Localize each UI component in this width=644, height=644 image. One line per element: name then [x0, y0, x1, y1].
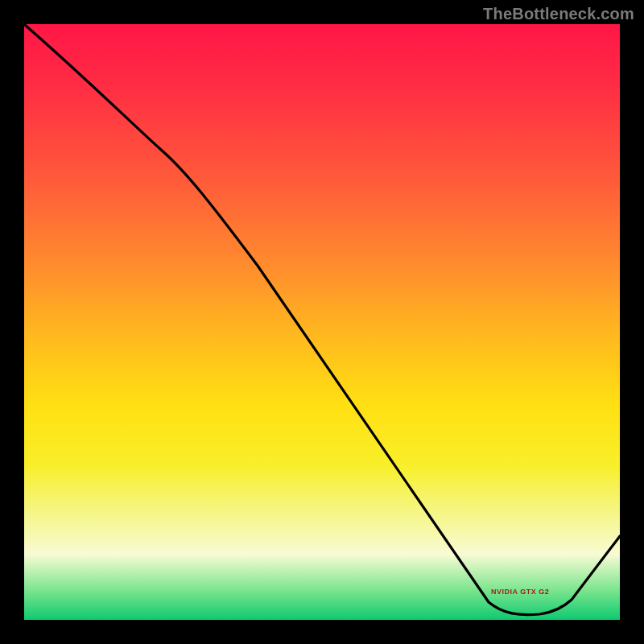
gpu-annotation: NVIDIA GTX G2 — [491, 588, 549, 596]
bottleneck-curve — [24, 24, 620, 620]
source-watermark: TheBottleneck.com — [483, 5, 634, 23]
plot-area: NVIDIA GTX G2 — [24, 24, 620, 620]
chart-frame: NVIDIA GTX G2 TheBottleneck.com — [0, 0, 644, 644]
